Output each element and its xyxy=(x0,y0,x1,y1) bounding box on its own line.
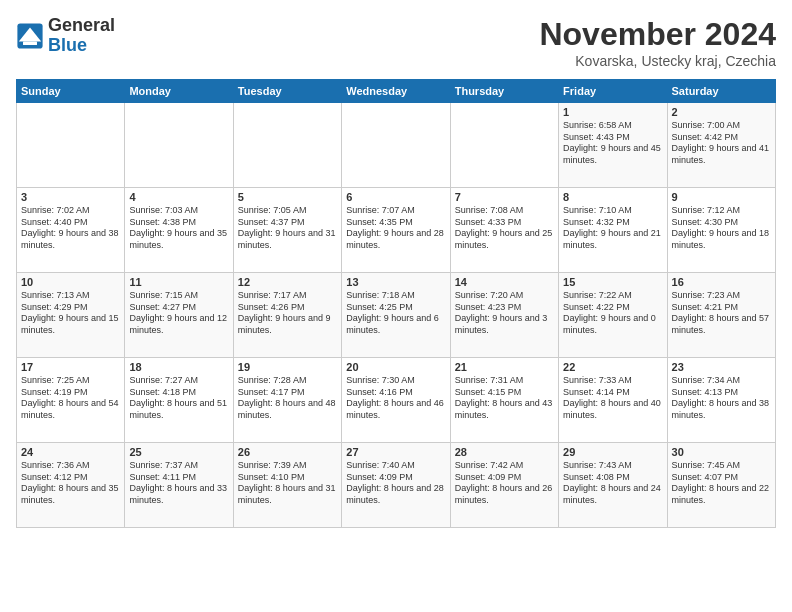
calendar-table: Sunday Monday Tuesday Wednesday Thursday… xyxy=(16,79,776,528)
day-info: Daylight: 9 hours and 31 minutes. xyxy=(238,228,337,251)
day-info: Sunrise: 7:20 AM xyxy=(455,290,554,302)
table-cell: 3Sunrise: 7:02 AMSunset: 4:40 PMDaylight… xyxy=(17,188,125,273)
day-number: 8 xyxy=(563,191,662,203)
table-cell xyxy=(450,103,558,188)
day-info: Sunset: 4:30 PM xyxy=(672,217,771,229)
table-row: 1Sunrise: 6:58 AMSunset: 4:43 PMDaylight… xyxy=(17,103,776,188)
day-number: 19 xyxy=(238,361,337,373)
day-info: Sunset: 4:18 PM xyxy=(129,387,228,399)
table-cell: 1Sunrise: 6:58 AMSunset: 4:43 PMDaylight… xyxy=(559,103,667,188)
day-number: 18 xyxy=(129,361,228,373)
day-info: Daylight: 9 hours and 25 minutes. xyxy=(455,228,554,251)
day-number: 6 xyxy=(346,191,445,203)
day-number: 9 xyxy=(672,191,771,203)
day-info: Daylight: 9 hours and 18 minutes. xyxy=(672,228,771,251)
col-saturday: Saturday xyxy=(667,80,775,103)
day-info: Daylight: 8 hours and 40 minutes. xyxy=(563,398,662,421)
day-info: Sunset: 4:25 PM xyxy=(346,302,445,314)
day-number: 27 xyxy=(346,446,445,458)
day-number: 23 xyxy=(672,361,771,373)
col-thursday: Thursday xyxy=(450,80,558,103)
day-info: Sunset: 4:07 PM xyxy=(672,472,771,484)
day-info: Sunrise: 7:45 AM xyxy=(672,460,771,472)
day-info: Sunrise: 7:33 AM xyxy=(563,375,662,387)
table-row: 3Sunrise: 7:02 AMSunset: 4:40 PMDaylight… xyxy=(17,188,776,273)
day-number: 24 xyxy=(21,446,120,458)
day-info: Sunrise: 7:12 AM xyxy=(672,205,771,217)
day-info: Sunset: 4:17 PM xyxy=(238,387,337,399)
day-number: 17 xyxy=(21,361,120,373)
table-cell: 25Sunrise: 7:37 AMSunset: 4:11 PMDayligh… xyxy=(125,443,233,528)
table-row: 10Sunrise: 7:13 AMSunset: 4:29 PMDayligh… xyxy=(17,273,776,358)
page: General Blue November 2024 Kovarska, Ust… xyxy=(0,0,792,612)
day-info: Daylight: 8 hours and 57 minutes. xyxy=(672,313,771,336)
col-friday: Friday xyxy=(559,80,667,103)
table-cell xyxy=(233,103,341,188)
day-info: Sunset: 4:16 PM xyxy=(346,387,445,399)
day-info: Sunset: 4:43 PM xyxy=(563,132,662,144)
table-cell: 24Sunrise: 7:36 AMSunset: 4:12 PMDayligh… xyxy=(17,443,125,528)
table-cell: 12Sunrise: 7:17 AMSunset: 4:26 PMDayligh… xyxy=(233,273,341,358)
day-number: 21 xyxy=(455,361,554,373)
logo-general-text: General xyxy=(48,15,115,35)
day-info: Sunset: 4:12 PM xyxy=(21,472,120,484)
day-info: Sunset: 4:21 PM xyxy=(672,302,771,314)
day-info: Sunrise: 7:34 AM xyxy=(672,375,771,387)
title-area: November 2024 Kovarska, Ustecky kraj, Cz… xyxy=(539,16,776,69)
table-cell: 13Sunrise: 7:18 AMSunset: 4:25 PMDayligh… xyxy=(342,273,450,358)
table-cell: 5Sunrise: 7:05 AMSunset: 4:37 PMDaylight… xyxy=(233,188,341,273)
day-info: Daylight: 9 hours and 12 minutes. xyxy=(129,313,228,336)
day-info: Sunset: 4:08 PM xyxy=(563,472,662,484)
table-cell: 22Sunrise: 7:33 AMSunset: 4:14 PMDayligh… xyxy=(559,358,667,443)
header: General Blue November 2024 Kovarska, Ust… xyxy=(16,16,776,69)
day-info: Sunrise: 7:22 AM xyxy=(563,290,662,302)
table-cell: 27Sunrise: 7:40 AMSunset: 4:09 PMDayligh… xyxy=(342,443,450,528)
day-info: Sunrise: 7:36 AM xyxy=(21,460,120,472)
day-info: Daylight: 8 hours and 22 minutes. xyxy=(672,483,771,506)
day-number: 14 xyxy=(455,276,554,288)
day-info: Sunset: 4:22 PM xyxy=(563,302,662,314)
day-info: Sunrise: 7:23 AM xyxy=(672,290,771,302)
day-info: Daylight: 9 hours and 0 minutes. xyxy=(563,313,662,336)
day-number: 2 xyxy=(672,106,771,118)
day-info: Sunset: 4:19 PM xyxy=(21,387,120,399)
day-info: Daylight: 9 hours and 9 minutes. xyxy=(238,313,337,336)
table-cell xyxy=(342,103,450,188)
day-info: Daylight: 9 hours and 38 minutes. xyxy=(21,228,120,251)
day-info: Sunset: 4:23 PM xyxy=(455,302,554,314)
day-number: 22 xyxy=(563,361,662,373)
table-cell: 26Sunrise: 7:39 AMSunset: 4:10 PMDayligh… xyxy=(233,443,341,528)
day-info: Daylight: 8 hours and 28 minutes. xyxy=(346,483,445,506)
day-number: 20 xyxy=(346,361,445,373)
day-info: Sunrise: 7:17 AM xyxy=(238,290,337,302)
logo-icon xyxy=(16,22,44,50)
day-info: Sunrise: 7:25 AM xyxy=(21,375,120,387)
table-cell: 19Sunrise: 7:28 AMSunset: 4:17 PMDayligh… xyxy=(233,358,341,443)
day-info: Daylight: 9 hours and 28 minutes. xyxy=(346,228,445,251)
day-info: Sunrise: 7:03 AM xyxy=(129,205,228,217)
day-info: Sunrise: 7:39 AM xyxy=(238,460,337,472)
day-info: Daylight: 8 hours and 54 minutes. xyxy=(21,398,120,421)
day-info: Daylight: 8 hours and 48 minutes. xyxy=(238,398,337,421)
day-info: Daylight: 8 hours and 33 minutes. xyxy=(129,483,228,506)
day-number: 25 xyxy=(129,446,228,458)
day-number: 1 xyxy=(563,106,662,118)
table-cell: 14Sunrise: 7:20 AMSunset: 4:23 PMDayligh… xyxy=(450,273,558,358)
day-info: Sunrise: 7:37 AM xyxy=(129,460,228,472)
table-cell: 8Sunrise: 7:10 AMSunset: 4:32 PMDaylight… xyxy=(559,188,667,273)
col-sunday: Sunday xyxy=(17,80,125,103)
table-row: 17Sunrise: 7:25 AMSunset: 4:19 PMDayligh… xyxy=(17,358,776,443)
logo-blue-text: Blue xyxy=(48,35,87,55)
day-info: Sunset: 4:40 PM xyxy=(21,217,120,229)
day-number: 13 xyxy=(346,276,445,288)
day-info: Sunrise: 6:58 AM xyxy=(563,120,662,132)
day-info: Daylight: 8 hours and 35 minutes. xyxy=(21,483,120,506)
day-info: Daylight: 8 hours and 43 minutes. xyxy=(455,398,554,421)
table-cell: 29Sunrise: 7:43 AMSunset: 4:08 PMDayligh… xyxy=(559,443,667,528)
calendar-title: November 2024 xyxy=(539,16,776,53)
day-number: 11 xyxy=(129,276,228,288)
table-cell: 6Sunrise: 7:07 AMSunset: 4:35 PMDaylight… xyxy=(342,188,450,273)
table-cell: 15Sunrise: 7:22 AMSunset: 4:22 PMDayligh… xyxy=(559,273,667,358)
day-info: Sunset: 4:33 PM xyxy=(455,217,554,229)
day-info: Daylight: 9 hours and 21 minutes. xyxy=(563,228,662,251)
